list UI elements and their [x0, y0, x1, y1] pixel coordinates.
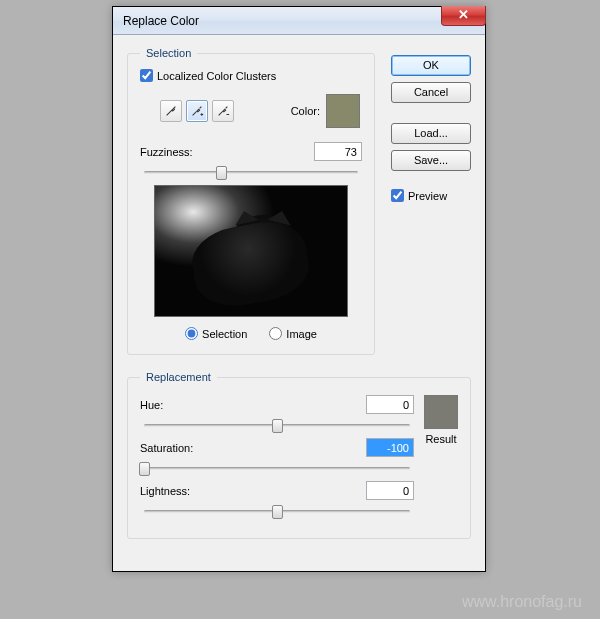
eyedropper-minus-icon[interactable]	[212, 100, 234, 122]
cancel-button[interactable]: Cancel	[391, 82, 471, 103]
lightness-label: Lightness:	[140, 485, 190, 497]
result-label: Result	[425, 433, 456, 445]
hue-label: Hue:	[140, 399, 163, 411]
saturation-label: Saturation:	[140, 442, 193, 454]
result-swatch[interactable]	[424, 395, 458, 429]
titlebar[interactable]: Replace Color ✕	[113, 7, 485, 35]
window-title: Replace Color	[123, 14, 199, 28]
replace-color-dialog: Replace Color ✕ Selection Localized Colo…	[112, 6, 486, 572]
watermark: www.hronofag.ru	[462, 593, 582, 611]
eyedropper-toolbar	[160, 100, 234, 122]
color-swatch[interactable]	[326, 94, 360, 128]
ok-button[interactable]: OK	[391, 55, 471, 76]
close-button[interactable]: ✕	[441, 6, 486, 26]
color-label: Color:	[291, 105, 320, 117]
preview-checkbox-input[interactable]	[391, 189, 404, 202]
preview-checkbox[interactable]: Preview	[391, 189, 471, 202]
save-button[interactable]: Save...	[391, 150, 471, 171]
selection-legend: Selection	[140, 47, 197, 59]
radio-selection[interactable]: Selection	[185, 327, 247, 340]
radio-selection-input[interactable]	[185, 327, 198, 340]
eyedropper-plus-icon[interactable]	[186, 100, 208, 122]
fuzziness-slider[interactable]	[144, 165, 358, 179]
hue-slider[interactable]	[144, 418, 410, 432]
lightness-input[interactable]	[366, 481, 414, 500]
load-button[interactable]: Load...	[391, 123, 471, 144]
replacement-legend: Replacement	[140, 371, 217, 383]
eyedropper-icon[interactable]	[160, 100, 182, 122]
radio-image-input[interactable]	[269, 327, 282, 340]
fuzziness-input[interactable]	[314, 142, 362, 161]
selection-group: Selection Localized Color Clusters	[127, 47, 375, 355]
hue-input[interactable]	[366, 395, 414, 414]
replacement-group: Replacement Hue: Saturation:	[127, 371, 471, 539]
lightness-slider[interactable]	[144, 504, 410, 518]
localized-clusters-checkbox[interactable]	[140, 69, 153, 82]
radio-image[interactable]: Image	[269, 327, 317, 340]
saturation-input[interactable]	[366, 438, 414, 457]
saturation-slider[interactable]	[144, 461, 410, 475]
selection-preview	[154, 185, 348, 317]
localized-clusters-label: Localized Color Clusters	[157, 70, 276, 82]
fuzziness-label: Fuzziness:	[140, 146, 193, 158]
